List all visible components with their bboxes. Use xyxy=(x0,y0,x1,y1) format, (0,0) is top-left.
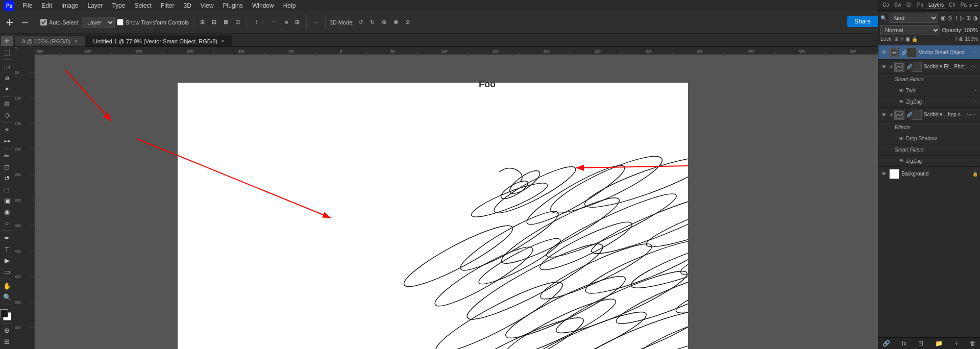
link-layers-btn[interactable]: 🔗 xyxy=(883,340,890,347)
3d-rotate-btn[interactable]: ↺ xyxy=(356,17,365,27)
panel-tab-co[interactable]: Co xyxy=(880,1,891,9)
layer-bg-visibility[interactable]: 👁 xyxy=(880,170,888,178)
zigzag-filter-item-1[interactable]: 👁 ZigZag ⋯ xyxy=(878,96,980,108)
opacity-value[interactable]: 100% xyxy=(964,27,978,33)
slice-tool[interactable]: ◇ xyxy=(1,110,13,120)
shape-tool[interactable]: ▭ xyxy=(1,266,13,277)
foreground-color[interactable] xyxy=(0,309,8,317)
zigzag-filter-options-1[interactable]: ⋯ xyxy=(973,99,978,105)
brush-tool[interactable]: ✏ xyxy=(1,151,13,161)
panel-tab-pa[interactable]: Pa xyxy=(915,1,925,9)
layer-background[interactable]: 👁 Background 🔒 xyxy=(878,167,980,181)
menu-filter[interactable]: Filter xyxy=(157,1,179,10)
share-button[interactable]: Share xyxy=(847,16,878,27)
artboard-tool[interactable]: ⬚ xyxy=(1,47,13,57)
auto-select-checkbox[interactable] xyxy=(40,19,47,26)
align-right-btn[interactable]: ⊠ xyxy=(221,17,231,27)
filter-toggle[interactable]: ◑ xyxy=(973,15,978,21)
filter-pixel-icon[interactable]: ▣ xyxy=(940,15,945,21)
panel-collapse-btn[interactable]: ▾ xyxy=(969,3,972,8)
marquee-tool[interactable]: ▭ xyxy=(1,62,13,72)
filter-type-icon[interactable]: T xyxy=(954,15,958,21)
panel-tab-sw[interactable]: Sw xyxy=(892,1,903,9)
layer-shc-expand[interactable]: ▼ xyxy=(889,112,894,117)
align-top-btn[interactable]: ⊡ xyxy=(233,17,242,27)
menu-type[interactable]: Type xyxy=(108,1,129,10)
filter-smart-icon[interactable]: ⊞ xyxy=(966,15,971,21)
move-tool-btn[interactable] xyxy=(3,17,16,28)
align-distribute3-btn[interactable]: ≡ xyxy=(282,18,290,27)
dodge-tool[interactable]: ○ xyxy=(1,218,13,228)
eraser-tool[interactable]: ◻ xyxy=(1,184,13,194)
panel-tab-layers[interactable]: Layers xyxy=(926,1,946,9)
layer-scribble-ef-expand[interactable]: ▼ xyxy=(889,64,894,69)
menu-view[interactable]: View xyxy=(197,1,218,10)
gradient-tool[interactable]: ▣ xyxy=(1,195,13,206)
menu-layer[interactable]: Layer xyxy=(83,1,107,10)
filter-shape-icon[interactable]: ▷ xyxy=(960,15,964,21)
history-brush-tool[interactable]: ↺ xyxy=(1,173,13,183)
layer-shc-fx[interactable]: fx xyxy=(967,112,971,117)
menu-window[interactable]: Window xyxy=(248,1,278,10)
color-picker[interactable] xyxy=(0,309,14,321)
lock-artboard-icon[interactable]: ▣ xyxy=(905,36,910,42)
tab-a-close[interactable]: ✕ xyxy=(74,38,78,44)
layer-scribble-hop-copy[interactable]: 👁 ▼ 🔗 Scribble ...hop copy fx ⋯ xyxy=(878,108,980,122)
add-mask-btn[interactable]: ⊡ xyxy=(918,340,923,347)
panel-tab-gr[interactable]: Gr xyxy=(904,1,914,9)
lock-pixels-icon[interactable]: ⊞ xyxy=(894,36,898,42)
align-distribute2-btn[interactable]: ⋯ xyxy=(270,17,280,27)
align-distribute4-btn[interactable]: ⊞ xyxy=(292,17,302,27)
lock-all-icon[interactable]: 🔒 xyxy=(912,36,918,42)
3d-scale-btn[interactable]: ⊘ xyxy=(403,17,412,27)
lock-position-icon[interactable]: ✛ xyxy=(900,36,904,42)
align-center-btn[interactable]: ⊟ xyxy=(209,17,219,27)
tab-a[interactable]: A @ 106% (RGB/8) ✕ xyxy=(14,35,86,46)
menu-help[interactable]: Help xyxy=(279,1,300,10)
measure-tool[interactable]: ⊶ xyxy=(1,136,13,146)
kind-filter-select[interactable]: Kind Name Effect Mode xyxy=(889,13,938,23)
3d-roll-btn[interactable]: ↻ xyxy=(368,17,377,27)
new-group-btn[interactable]: 📁 xyxy=(935,340,943,347)
lasso-tool[interactable]: ⌀ xyxy=(1,73,13,83)
tab-untitled[interactable]: Untitled-1 @ 77.9% (Vector Smart Object,… xyxy=(86,35,232,46)
zigzag-filter-item-2[interactable]: 👁 ZigZag ⋯ xyxy=(878,156,980,167)
layer-shc-visibility[interactable]: 👁 xyxy=(880,111,888,118)
menu-image[interactable]: Image xyxy=(57,1,82,10)
twirl-filter-options[interactable]: ⋯ xyxy=(973,88,978,93)
hand-tool[interactable]: ✋ xyxy=(1,281,13,291)
path-selection-tool[interactable]: ▶ xyxy=(1,255,13,265)
twirl-filter-item[interactable]: 👁 Twirl ⋯ xyxy=(878,85,980,96)
eyedropper-tool[interactable]: ⌖ xyxy=(1,124,13,135)
3d-slide-btn[interactable]: ⊗ xyxy=(391,17,401,27)
layer-vso-options[interactable]: ⋯ xyxy=(971,50,978,55)
drop-shadow-item[interactable]: 👁 Drop Shadow xyxy=(878,133,980,144)
layer-select[interactable]: Layer Group xyxy=(82,17,115,28)
drop-shadow-eye[interactable]: 👁 xyxy=(899,136,904,141)
move-tool[interactable]: ✛ xyxy=(1,36,13,46)
delete-layer-btn[interactable]: 🗑 xyxy=(970,340,976,347)
3d-pan-btn[interactable]: ⊕ xyxy=(379,17,389,27)
menu-edit[interactable]: Edit xyxy=(37,1,56,10)
layer-scribble-ef-visibility[interactable]: 👁 xyxy=(880,63,888,70)
pen-tool[interactable]: ✒ xyxy=(1,233,13,243)
layer-scribble-ef-group[interactable]: 👁 ▼ 🔗 Scribble Ef... Photoshop ⋯ xyxy=(878,60,980,74)
screen-mode-btn[interactable]: ⊞ xyxy=(1,337,13,347)
layer-shc-options[interactable]: ⋯ xyxy=(971,112,978,117)
blend-mode-select[interactable]: Normal Multiply Screen Overlay xyxy=(880,25,940,35)
type-tool[interactable]: T xyxy=(1,244,13,254)
more-options-btn[interactable]: ··· xyxy=(311,18,321,27)
layer-scribble-ef-options[interactable]: ⋯ xyxy=(971,64,978,69)
canvas-area[interactable]: Foo xyxy=(35,55,878,349)
blur-tool[interactable]: ◉ xyxy=(1,207,13,217)
twirl-filter-eye[interactable]: 👁 xyxy=(899,88,904,93)
quick-mask-btn[interactable]: ⊕ xyxy=(1,326,13,336)
zigzag-filter-eye-1[interactable]: 👁 xyxy=(899,99,904,105)
zoom-tool[interactable]: 🔍 xyxy=(1,292,13,303)
filter-adj-icon[interactable]: ◎ xyxy=(947,15,952,21)
menu-3d[interactable]: 3D xyxy=(179,1,195,10)
crop-tool[interactable]: ⊞ xyxy=(1,99,13,109)
align-distribute-btn[interactable]: ⋮⋮ xyxy=(251,17,267,27)
panel-tab-ch[interactable]: Ch xyxy=(947,1,958,9)
layer-vso-visibility[interactable]: 👁 xyxy=(880,49,888,56)
